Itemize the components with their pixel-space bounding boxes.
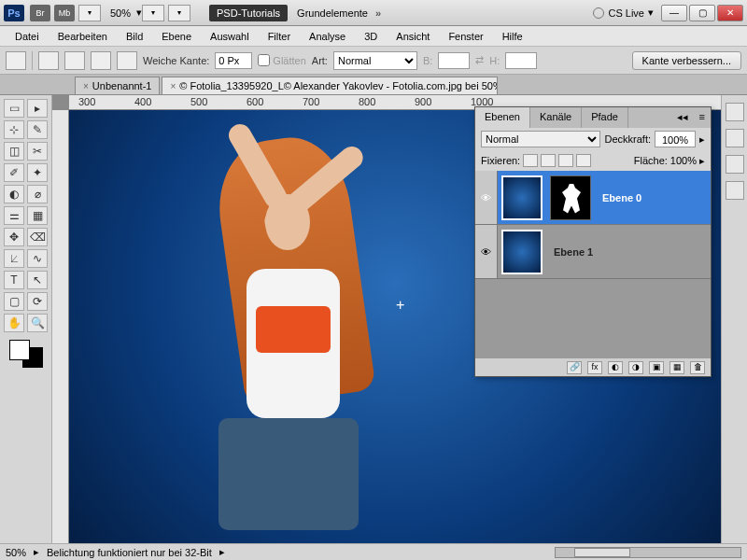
cslive-button[interactable]: CS Live ▾ <box>593 7 654 19</box>
status-zoom[interactable]: 50% <box>6 547 26 558</box>
ruler-vertical[interactable] <box>52 110 69 543</box>
collapse-icon[interactable]: ◂◂ <box>671 107 694 128</box>
feather-input[interactable] <box>215 52 252 69</box>
close-tab-icon[interactable]: × <box>83 81 89 91</box>
visibility-icon[interactable]: 👁 <box>475 225 498 278</box>
fx-icon[interactable]: fx <box>587 361 602 374</box>
chevron-icon[interactable]: ▸ <box>699 155 705 167</box>
tool-eyedropper[interactable]: ✐ <box>4 163 24 182</box>
layout-dropdown[interactable] <box>78 5 101 21</box>
tool-move[interactable]: ▸ <box>27 99 48 118</box>
bridge-icon[interactable]: Br <box>30 5 50 21</box>
tool-history[interactable]: ⚌ <box>4 206 24 225</box>
doc-tab-1[interactable]: × Unbenannt-1 <box>75 77 160 94</box>
close-button[interactable]: ✕ <box>717 5 743 21</box>
color-swatch[interactable] <box>9 340 43 368</box>
tool-marquee[interactable]: ▭ <box>4 99 24 118</box>
panel-menu-icon[interactable]: ≡ <box>694 107 711 128</box>
new-layer-icon[interactable]: ▦ <box>669 361 684 374</box>
workspace-label[interactable]: Grundelemente <box>297 7 368 19</box>
tool-3d[interactable]: ⟳ <box>27 292 48 311</box>
tool-dodge[interactable]: ⟀ <box>4 249 24 268</box>
foreground-color[interactable] <box>9 340 30 360</box>
menu-datei[interactable]: Datei <box>7 29 47 44</box>
tool-path[interactable]: ↖ <box>27 271 48 289</box>
layers-panel[interactable]: Ebenen Kanäle Pfade ◂◂ ≡ Normal Deckkraf… <box>474 106 712 377</box>
tool-blur[interactable]: ⌫ <box>27 228 48 246</box>
view-dropdown[interactable] <box>142 5 164 21</box>
minibridge-icon[interactable]: Mb <box>54 5 75 21</box>
close-tab-icon[interactable]: × <box>170 81 176 91</box>
layer-row[interactable]: 👁 Ebene 0 <box>475 171 711 225</box>
dock-swatches-icon[interactable] <box>726 129 744 147</box>
selection-add-icon[interactable] <box>64 51 85 70</box>
layer-mask-thumbnail[interactable] <box>550 175 591 220</box>
screen-dropdown[interactable] <box>168 5 190 21</box>
tool-type[interactable]: T <box>4 271 24 289</box>
lock-pos-icon[interactable] <box>558 154 573 167</box>
chevron-icon[interactable]: ▸ <box>699 133 705 146</box>
tab-pfade[interactable]: Pfade <box>582 107 628 128</box>
menu-bild[interactable]: Bild <box>119 29 150 44</box>
dock-layers-icon[interactable] <box>726 181 744 200</box>
tool-pen[interactable]: ∿ <box>27 249 48 268</box>
antialias-check[interactable] <box>258 54 270 66</box>
layer-row[interactable]: 👁 Ebene 1 <box>475 225 711 279</box>
menu-fenster[interactable]: Fenster <box>441 29 490 44</box>
menu-3d[interactable]: 3D <box>357 29 385 44</box>
tool-wand[interactable]: ✎ <box>27 120 48 139</box>
refine-edge-button[interactable]: Kante verbessern... <box>632 51 741 70</box>
group-icon[interactable]: ▣ <box>649 361 664 374</box>
tool-hand[interactable]: ✋ <box>4 314 24 332</box>
link-icon[interactable]: 🔗 <box>567 361 582 374</box>
opacity-value[interactable]: 100% <box>655 131 696 147</box>
menu-hilfe[interactable]: Hilfe <box>495 29 530 44</box>
tool-lasso[interactable]: ⊹ <box>4 120 24 139</box>
tab-kanaele[interactable]: Kanäle <box>530 107 582 128</box>
tool-shape[interactable]: ▢ <box>4 292 24 311</box>
chevron-icon[interactable]: ▸ <box>219 546 225 558</box>
lock-all-icon[interactable] <box>576 154 591 167</box>
tool-crop[interactable]: ◫ <box>4 142 24 161</box>
layer-name[interactable]: Ebene 1 <box>554 246 593 258</box>
menu-auswahl[interactable]: Auswahl <box>203 29 257 44</box>
tool-slice[interactable]: ✂ <box>27 142 48 161</box>
mask-icon[interactable]: ◐ <box>608 361 623 374</box>
menu-bearbeiten[interactable]: Bearbeiten <box>50 29 115 44</box>
chevron-icon[interactable]: ▸ <box>34 546 39 558</box>
menu-ebene[interactable]: Ebene <box>154 29 199 44</box>
tool-gradient[interactable]: ✥ <box>4 228 24 246</box>
tool-zoom[interactable]: 🔍 <box>27 314 48 332</box>
doc-tab-2[interactable]: × © Fotolia_13395920_L© Alexander Yakovl… <box>162 77 498 94</box>
lock-trans-icon[interactable] <box>523 154 538 167</box>
tool-eraser[interactable]: ▦ <box>27 206 48 225</box>
tool-heal[interactable]: ✦ <box>27 163 48 182</box>
layer-thumbnail[interactable] <box>501 175 543 220</box>
maximize-button[interactable]: ▢ <box>689 5 715 21</box>
horizontal-scrollbar[interactable] <box>555 547 741 558</box>
more-workspaces-icon[interactable]: » <box>375 7 381 19</box>
style-select[interactable]: Normal <box>333 51 417 70</box>
minimize-button[interactable]: — <box>661 5 687 21</box>
dock-adjustments-icon[interactable] <box>726 155 744 174</box>
tab-ebenen[interactable]: Ebenen <box>475 107 530 128</box>
antialias-checkbox[interactable]: Glätten <box>258 54 305 66</box>
selection-subtract-icon[interactable] <box>91 51 111 70</box>
visibility-icon[interactable]: 👁 <box>475 171 498 224</box>
marquee-tool-icon[interactable] <box>6 51 26 70</box>
workspace-tag[interactable]: PSD-Tutorials <box>209 5 288 21</box>
menu-filter[interactable]: Filter <box>261 29 298 44</box>
lock-pixels-icon[interactable] <box>541 154 556 167</box>
menu-analyse[interactable]: Analyse <box>302 29 353 44</box>
selection-new-icon[interactable] <box>38 51 59 70</box>
tool-brush[interactable]: ◐ <box>4 185 24 203</box>
blend-mode-select[interactable]: Normal <box>481 131 600 147</box>
trash-icon[interactable]: 🗑 <box>690 361 705 374</box>
adjustment-icon[interactable]: ◑ <box>628 361 643 374</box>
dock-color-icon[interactable] <box>726 103 744 121</box>
selection-intersect-icon[interactable] <box>117 51 137 70</box>
layer-name[interactable]: Ebene 0 <box>602 192 641 203</box>
scrollbar-thumb[interactable] <box>574 548 630 557</box>
layer-thumbnail[interactable] <box>501 230 543 274</box>
menu-ansicht[interactable]: Ansicht <box>388 29 437 44</box>
